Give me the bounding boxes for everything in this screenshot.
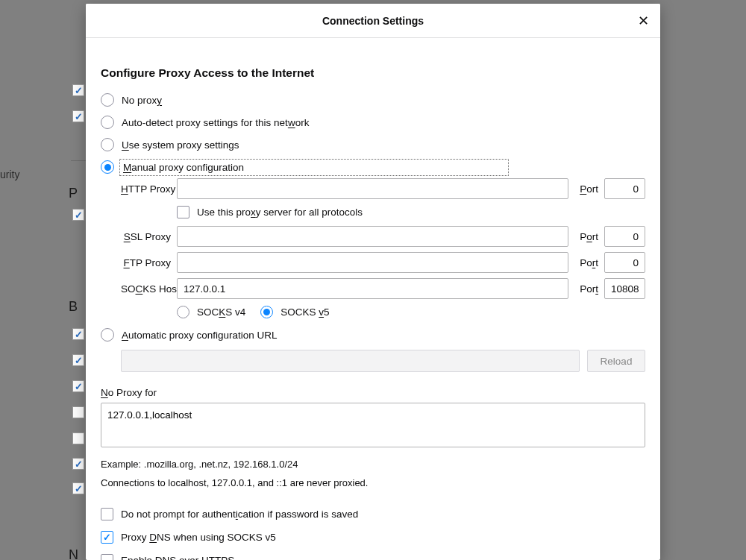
http-proxy-input[interactable] [177,178,568,199]
manual-proxy-grid: HTTP Proxy Port Use this proxy server fo… [121,178,645,321]
ssl-proxy-label: SSL Proxy [121,231,172,242]
http-proxy-label: HTTP Proxy [121,183,172,195]
http-port-label: Port [573,183,600,195]
no-proxy-for-label: No Proxy for [101,387,645,398]
radio-input[interactable] [101,160,114,174]
close-icon: ✕ [638,13,649,29]
bg-checkbox[interactable] [72,354,84,366]
use-for-all-row[interactable]: Use this proxy server for all protocols [177,204,645,221]
socks-v5-label: SOCKS v5 [280,306,329,318]
checkbox-label: Do not prompt for authentication if pass… [121,509,358,520]
radio-input[interactable] [101,93,114,107]
ftp-port-label: Port [573,257,600,268]
ssl-port-input[interactable] [604,226,645,247]
radio-label: Use system proxy settings [122,139,239,151]
close-button[interactable]: ✕ [632,10,654,32]
ssl-port-label: Port [573,231,600,242]
radio-no-proxy[interactable]: No proxy [101,89,645,111]
checkbox-label: Proxy DNS when using SOCKS v5 [121,532,276,543]
radio-use-system[interactable]: Use system proxy settings [101,133,645,156]
bg-checkbox[interactable] [72,328,84,340]
auto-config-row: Reload [121,350,645,372]
bg-checkbox[interactable] [72,380,84,392]
dialog-body: Configure Proxy Access to the Internet N… [86,38,660,560]
socks-version-row: SOCKS v4 SOCKS v5 [177,304,645,321]
socks-port-input[interactable] [604,278,645,299]
radio-input[interactable] [101,138,114,151]
check-enable-doh[interactable]: Enable DNS over HTTPS [101,549,645,560]
bg-checkbox[interactable] [72,110,84,122]
bg-checkbox[interactable] [72,406,84,418]
ftp-proxy-label: FTP Proxy [121,257,172,268]
radio-label: Manual proxy configuration [122,161,507,174]
bg-checkbox[interactable] [72,84,84,96]
checkbox-input[interactable] [101,531,113,544]
socks-host-label: SOCKS Host [121,283,172,295]
radio-socks-v5[interactable] [260,306,273,318]
section-heading: Configure Proxy Access to the Internet [101,66,645,80]
ssl-proxy-input[interactable] [177,226,568,247]
radio-socks-v4[interactable] [177,306,189,318]
http-port-input[interactable] [604,178,645,199]
reload-button[interactable]: Reload [587,350,645,372]
bg-heading-n: N [69,547,78,560]
connection-settings-dialog: Connection Settings ✕ Configure Proxy Ac… [86,4,660,560]
bg-heading-p: P [69,186,78,201]
radio-label: Automatic proxy configuration URL [122,330,278,341]
ftp-port-input[interactable] [604,252,645,273]
checkbox-input[interactable] [101,508,113,520]
sidebar-item-security[interactable]: urity [0,167,19,182]
checkbox-label: Enable DNS over HTTPS [121,555,234,560]
example-hint: Example: .mozilla.org, .net.nz, 192.168.… [101,456,645,474]
dialog-header: Connection Settings ✕ [86,4,660,38]
bottom-checkboxes: Do not prompt for authentication if pass… [101,503,645,560]
socks-host-input[interactable] [177,278,568,299]
radio-input[interactable] [101,328,114,342]
radio-automatic-url[interactable]: Automatic proxy configuration URL [101,324,645,346]
bg-checkbox[interactable] [72,482,84,494]
socks-port-label: Port [573,283,600,295]
check-no-auth-prompt[interactable]: Do not prompt for authentication if pass… [101,503,645,526]
radio-label: Auto-detect proxy settings for this netw… [122,117,309,128]
no-proxy-hint: Example: .mozilla.org, .net.nz, 192.168.… [101,456,645,492]
ftp-proxy-input[interactable] [177,252,568,273]
bg-checkbox[interactable] [72,458,84,470]
radio-auto-detect[interactable]: Auto-detect proxy settings for this netw… [101,111,645,133]
use-for-all-label: Use this proxy server for all protocols [197,207,363,218]
auto-config-url-input[interactable] [121,350,580,372]
bg-checkbox[interactable] [72,209,84,221]
no-proxy-for-textarea[interactable]: 127.0.0.1,localhost [101,403,645,447]
checkbox-input[interactable] [101,554,113,560]
socks-v4-label: SOCKS v4 [197,306,245,318]
use-for-all-checkbox[interactable] [177,206,189,218]
bg-checkbox[interactable] [72,432,84,444]
dialog-title: Connection Settings [322,15,424,27]
bg-heading-b: B [69,299,78,315]
radio-manual[interactable]: Manual proxy configuration [101,156,645,178]
radio-label: No proxy [122,95,162,106]
check-proxy-dns-socks5[interactable]: Proxy DNS when using SOCKS v5 [101,526,645,549]
always-hint: Connections to localhost, 127.0.0.1, and… [101,474,645,493]
radio-input[interactable] [101,116,114,129]
